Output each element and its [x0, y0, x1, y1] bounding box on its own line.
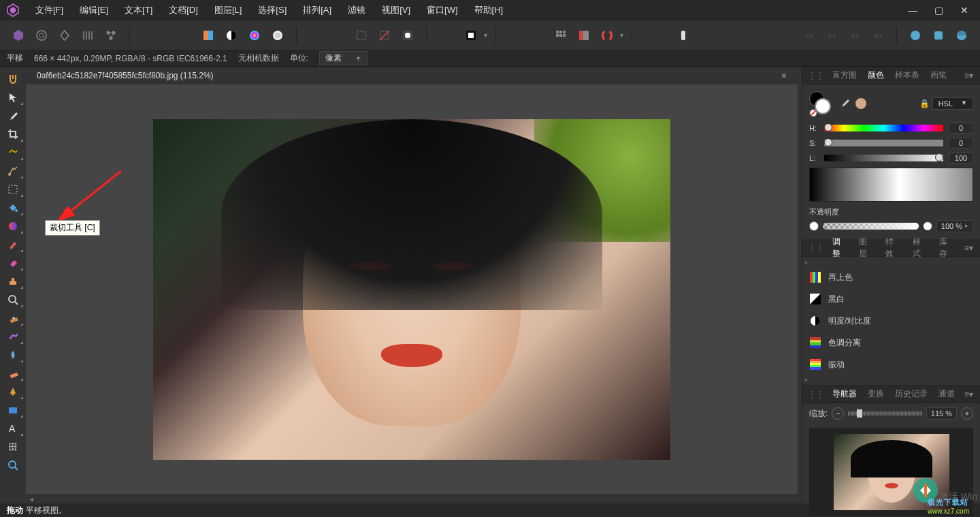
close-button[interactable]: ✕ [954, 3, 975, 17]
auto-wb-icon[interactable] [267, 25, 288, 46]
menu-edit[interactable]: 编辑[E] [73, 1, 115, 19]
selection-brush-tool[interactable] [1, 161, 24, 180]
menu-help[interactable]: 帮助[H] [468, 1, 510, 19]
assistant-icon[interactable] [673, 25, 693, 46]
blur-tool[interactable] [1, 345, 24, 364]
canvas-viewport[interactable] [26, 84, 798, 494]
move-tool[interactable] [1, 88, 24, 106]
clone-tool[interactable] [1, 272, 24, 290]
zoom-out-button[interactable]: − [832, 407, 844, 420]
adj-posterize[interactable]: 色调分离 [802, 332, 980, 354]
erase-tool[interactable] [1, 253, 24, 272]
unit-dropdown[interactable]: 像素▼ [319, 51, 368, 65]
panel-menu-icon[interactable]: ≡▾ [960, 390, 977, 399]
zoom-slider[interactable] [848, 411, 921, 416]
light-slider[interactable] [824, 155, 943, 161]
color-mode-dropdown[interactable]: HSL▼ [932, 97, 973, 110]
tab-color[interactable]: 颜色 [862, 67, 889, 84]
gradient-tool[interactable] [1, 217, 24, 235]
menu-text[interactable]: 文本[T] [118, 1, 159, 19]
flood-fill-tool[interactable] [1, 198, 24, 217]
scroll-down-icon[interactable]: ▾ [802, 375, 809, 385]
menu-view[interactable]: 视图[V] [375, 1, 417, 19]
tab-swatches[interactable]: 样本条 [889, 67, 925, 84]
add-shape-icon[interactable] [905, 25, 926, 46]
adj-bw[interactable]: 黑白 [802, 288, 980, 310]
healing-tool[interactable] [1, 309, 24, 327]
zoom-in-button[interactable]: + [961, 407, 973, 420]
persona-export-icon[interactable] [101, 25, 121, 46]
light-value[interactable]: 100 [949, 153, 973, 163]
pen-tool[interactable] [1, 382, 24, 401]
dark-bg-icon[interactable] [461, 25, 481, 46]
menu-layer[interactable]: 图层[L] [208, 1, 248, 19]
tab-transform[interactable]: 变换 [862, 386, 889, 403]
tab-histogram[interactable]: 直方图 [827, 67, 862, 84]
color-picker-tool[interactable] [1, 106, 24, 125]
paintbrush-tool[interactable] [1, 235, 24, 253]
grid-icon[interactable] [551, 25, 571, 46]
subtract-shape-icon[interactable] [928, 25, 949, 46]
hue-slider[interactable] [824, 125, 943, 131]
menu-select[interactable]: 选择[S] [251, 1, 293, 19]
opacity-value[interactable]: 100 %▸ [936, 220, 973, 232]
sampled-color-icon[interactable] [855, 98, 866, 109]
persona-develop-icon[interactable] [54, 25, 75, 46]
opacity-end-icon[interactable] [923, 221, 932, 231]
tab-navigator[interactable]: 导航器 [827, 386, 862, 403]
dodge-tool[interactable] [1, 290, 24, 309]
crop-tool[interactable] [1, 125, 24, 143]
maximize-button[interactable]: ▢ [928, 3, 949, 17]
quickmask-icon[interactable] [397, 25, 418, 46]
auto-colors-icon[interactable] [244, 25, 265, 46]
menu-arrange[interactable]: 排列[A] [296, 1, 338, 19]
opacity-start-icon[interactable] [809, 221, 819, 231]
view-tool[interactable] [1, 69, 24, 88]
menu-document[interactable]: 文档[D] [162, 1, 205, 19]
pixel-grid-icon[interactable] [574, 25, 594, 46]
navigator-preview[interactable]: 极光下载站 www.xz7.com [809, 428, 973, 516]
minimize-button[interactable]: — [902, 3, 923, 17]
adj-vibrance[interactable]: 振动 [802, 354, 980, 375]
document-tab[interactable]: 0af6eb24c5182e7f405855fc5fcf80b.jpg (115… [30, 68, 794, 83]
eyedropper-icon[interactable] [839, 97, 850, 110]
sat-value[interactable]: 0 [949, 138, 973, 148]
horizontal-scrollbar[interactable]: ◂ [26, 494, 798, 503]
menu-window[interactable]: 窗口[W] [420, 1, 465, 19]
zoom-value[interactable]: 115 % [926, 407, 957, 420]
marquee-tool[interactable] [1, 180, 24, 198]
scroll-up-icon[interactable]: ▴ [802, 257, 809, 266]
tab-history[interactable]: 历史记录 [889, 386, 933, 403]
hue-value[interactable]: 0 [949, 123, 973, 134]
tab-channels[interactable]: 通道 [933, 386, 960, 403]
menu-filter[interactable]: 滤镜 [341, 1, 372, 19]
retouch-tool[interactable] [1, 364, 24, 382]
mesh-warp-tool[interactable] [1, 437, 24, 456]
tab-brush[interactable]: 画笔 [925, 67, 952, 84]
persona-tonemap-icon[interactable] [78, 25, 98, 46]
selection-show-icon[interactable] [351, 25, 372, 46]
lock-icon[interactable]: 🔒 [919, 99, 930, 108]
region-tool[interactable] [1, 143, 24, 161]
persona-liquify-icon[interactable] [31, 25, 52, 46]
intersect-shape-icon[interactable] [951, 25, 972, 46]
text-tool[interactable]: A [1, 419, 24, 437]
panel-menu-icon[interactable]: ≡▾ [960, 71, 977, 80]
persona-photo-icon[interactable] [8, 25, 29, 46]
color-gradient-box[interactable] [809, 168, 973, 202]
fg-bg-swatch[interactable] [809, 91, 834, 116]
auto-levels-icon[interactable] [198, 25, 218, 46]
menu-file[interactable]: 文件[F] [29, 1, 70, 19]
tab-close-icon[interactable]: × [781, 70, 787, 81]
fg-color-icon[interactable] [815, 98, 831, 114]
selection-hide-icon[interactable] [374, 25, 395, 46]
sat-slider[interactable] [824, 140, 943, 146]
zoom-tool[interactable] [1, 456, 24, 474]
opacity-slider[interactable] [823, 223, 919, 230]
panel-menu-icon[interactable]: ≡▾ [960, 243, 977, 253]
adj-brightness[interactable]: 明度/对比度 [802, 310, 980, 332]
inpainting-tool[interactable] [1, 327, 24, 345]
auto-contrast-icon[interactable] [221, 25, 242, 46]
snap-icon[interactable] [597, 25, 617, 46]
rectangle-tool[interactable] [1, 401, 24, 419]
